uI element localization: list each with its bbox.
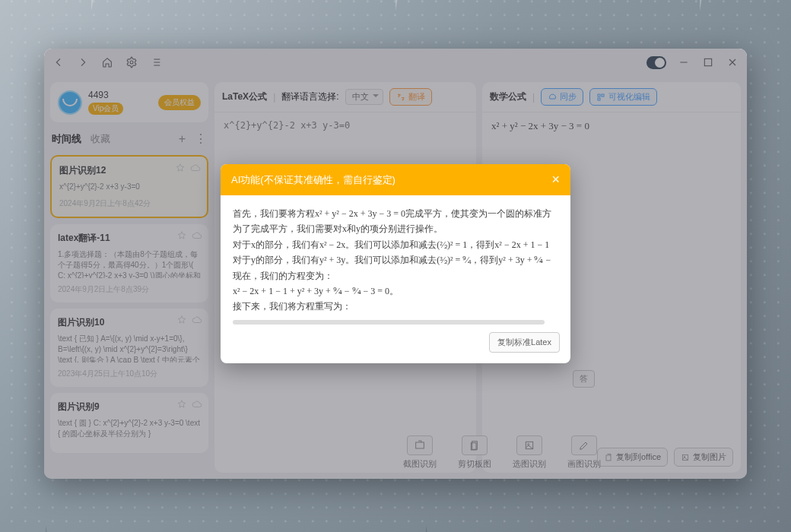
modal-close-icon[interactable]: × bbox=[551, 172, 560, 188]
ai-modal: AI功能(不保证其准确性，需自行鉴定) × 首先，我们要将方程x² + y² −… bbox=[221, 164, 570, 363]
modal-overlay: AI功能(不保证其准确性，需自行鉴定) × 首先，我们要将方程x² + y² −… bbox=[44, 49, 747, 479]
copy-latex-button[interactable]: 复制标准Latex bbox=[489, 332, 560, 353]
modal-title: AI功能(不保证其准确性，需自行鉴定) bbox=[231, 173, 396, 187]
modal-body: 首先，我们要将方程x² + y² − 2x + 3y − 3 = 0完成平方，使… bbox=[221, 195, 570, 317]
app-window: 4493 Vip会员 会员权益 时间线 收藏 + ⋮ 图片识别12 x^{2}+… bbox=[44, 49, 747, 479]
